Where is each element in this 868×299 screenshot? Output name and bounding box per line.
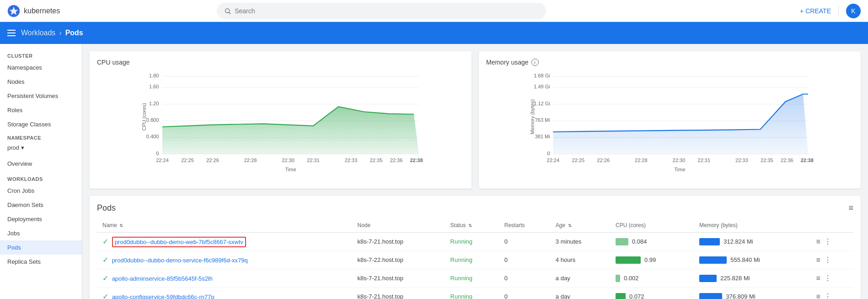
svg-marker-16 bbox=[162, 107, 419, 154]
pod-name-cell: ✓ apollo-adminservice-85f5b5645f-5s2lh bbox=[97, 269, 352, 288]
row-actions: ≡ ⋮ bbox=[816, 292, 848, 299]
pod-age-cell: a day bbox=[550, 269, 610, 288]
pod-restarts-cell: 0 bbox=[499, 251, 550, 269]
pod-node-cell: k8s-7-21.host.top bbox=[352, 269, 445, 288]
cpu-chart-title: CPU usage bbox=[97, 59, 464, 66]
col-age: Age ⇅ bbox=[550, 218, 610, 233]
more-icon[interactable]: ⋮ bbox=[824, 237, 831, 246]
col-restarts: Restarts bbox=[499, 218, 550, 233]
pod-name-link[interactable]: prod0dubbo--dubbo-demo-web-7bf5c8667-sxw… bbox=[112, 237, 246, 247]
svg-text:0.800: 0.800 bbox=[146, 117, 159, 123]
namespace-select[interactable]: prod ▾ bbox=[7, 142, 75, 153]
breadcrumb-current: Pods bbox=[65, 29, 83, 37]
svg-text:22:33: 22:33 bbox=[735, 158, 748, 163]
cpu-mini-bar bbox=[616, 238, 628, 245]
memory-mini-bar bbox=[699, 275, 717, 282]
check-icon: ✓ bbox=[102, 274, 108, 282]
svg-text:22:31: 22:31 bbox=[698, 158, 711, 163]
sidebar-item-daemon-sets[interactable]: Daemon Sets bbox=[0, 198, 82, 212]
pod-name-link[interactable]: apollo-configservice-59fdbdc66c-rn77p bbox=[112, 294, 214, 299]
pod-node-cell: k8s-7-21.host.top bbox=[352, 288, 445, 299]
svg-line-2 bbox=[229, 12, 230, 14]
pod-actions-cell: ≡ ⋮ bbox=[810, 288, 853, 299]
sidebar-item-overview[interactable]: Overview bbox=[0, 157, 82, 171]
sidebar-item-cron-jobs[interactable]: Cron Jobs bbox=[0, 184, 82, 198]
create-button[interactable]: + CREATE bbox=[800, 7, 831, 15]
pod-status-cell: Running bbox=[445, 288, 499, 299]
search-icon bbox=[224, 7, 231, 15]
cpu-bar-container: 0.084 bbox=[616, 238, 688, 245]
status-badge: Running bbox=[450, 238, 472, 245]
sidebar-item-nodes[interactable]: Nodes bbox=[0, 75, 82, 89]
cpu-value: 0.99 bbox=[644, 256, 656, 263]
more-icon[interactable]: ⋮ bbox=[824, 274, 831, 283]
svg-text:22:25: 22:25 bbox=[181, 158, 194, 163]
sort-status-icon[interactable]: ⇅ bbox=[468, 223, 472, 228]
col-name: Name ⇅ bbox=[97, 218, 352, 233]
sidebar-item-persistent-volumes[interactable]: Persistent Volumes bbox=[0, 89, 82, 103]
more-icon[interactable]: ⋮ bbox=[824, 292, 831, 299]
memory-chart-area: 1.68 Gi 1.49 Gi 1.12 Gi 763 Mi 381 Mi 0 … bbox=[486, 71, 853, 172]
pod-name-link[interactable]: apollo-adminservice-85f5b5645f-5s2lh bbox=[112, 275, 213, 282]
pod-cpu-cell: 0.002 bbox=[610, 269, 694, 288]
sidebar-item-roles[interactable]: Roles bbox=[0, 103, 82, 117]
pod-age-cell: a day bbox=[550, 288, 610, 299]
pod-actions-cell: ≡ ⋮ bbox=[810, 269, 853, 288]
pod-node-cell: k8s-7-21.host.top bbox=[352, 233, 445, 251]
svg-text:22:28: 22:28 bbox=[635, 158, 648, 163]
more-icon[interactable]: ⋮ bbox=[824, 256, 831, 264]
svg-text:22:33: 22:33 bbox=[345, 158, 358, 163]
search-input[interactable] bbox=[235, 7, 539, 15]
sidebar: Cluster Namespaces Nodes Persistent Volu… bbox=[0, 44, 82, 299]
cpu-chart-card: CPU usage 1.80 1.60 1.20 0.800 0.400 0 C… bbox=[90, 51, 472, 189]
status-badge: Running bbox=[450, 256, 472, 263]
filter-icon[interactable]: ≡ bbox=[848, 203, 853, 213]
logs-icon[interactable]: ≡ bbox=[816, 274, 820, 283]
svg-text:1.12 Gi: 1.12 Gi bbox=[534, 101, 550, 106]
breadcrumb-parent[interactable]: Workloads bbox=[21, 29, 55, 37]
sidebar-item-deployments[interactable]: Deployments bbox=[0, 212, 82, 226]
cpu-value: 0.084 bbox=[632, 238, 647, 245]
kubernetes-logo-icon bbox=[7, 5, 20, 17]
hamburger-menu[interactable] bbox=[7, 30, 16, 36]
sidebar-item-storage-classes[interactable]: Storage Classes bbox=[0, 117, 82, 131]
sidebar-item-namespaces[interactable]: Namespaces bbox=[0, 60, 82, 75]
pods-table: Name ⇅ Node Status ⇅ Restarts Age ⇅ CPU … bbox=[97, 218, 853, 299]
memory-title-text: Memory usage bbox=[486, 59, 529, 66]
svg-text:Time: Time bbox=[674, 167, 685, 172]
table-row: ✓ apollo-adminservice-85f5b5645f-5s2lh k… bbox=[97, 269, 853, 288]
sidebar-item-jobs[interactable]: Jobs bbox=[0, 226, 82, 240]
pod-age-cell: 3 minutes bbox=[550, 233, 610, 251]
logs-icon[interactable]: ≡ bbox=[816, 238, 820, 246]
memory-chart-card: Memory usage i 1.68 Gi 1.49 Gi 1.12 Gi 7… bbox=[479, 51, 861, 189]
pod-age-cell: 4 hours bbox=[550, 251, 610, 269]
charts-row: CPU usage 1.80 1.60 1.20 0.800 0.400 0 C… bbox=[90, 51, 861, 189]
svg-text:1.68 Gi: 1.68 Gi bbox=[534, 73, 550, 78]
sort-age-icon[interactable]: ⇅ bbox=[568, 223, 572, 228]
cpu-chart-svg: 1.80 1.60 1.20 0.800 0.400 0 CPU (cores) bbox=[97, 71, 464, 172]
pod-name-link[interactable]: prod0dubbo--dubbo-demo-service-f6c989f6d… bbox=[112, 257, 248, 264]
pod-memory-cell: 376.809 Mi bbox=[694, 288, 810, 299]
sidebar-item-pods[interactable]: Pods bbox=[0, 240, 82, 255]
svg-text:22:35: 22:35 bbox=[370, 158, 383, 163]
svg-text:1.20: 1.20 bbox=[149, 101, 159, 106]
pod-node-cell: k8s-7-22.host.top bbox=[352, 251, 445, 269]
breadcrumb-separator: › bbox=[59, 29, 61, 37]
memory-chart-title: Memory usage i bbox=[486, 59, 853, 66]
avatar[interactable]: K bbox=[846, 4, 861, 18]
pod-restarts-cell: 0 bbox=[499, 288, 550, 299]
pods-table-head: Name ⇅ Node Status ⇅ Restarts Age ⇅ CPU … bbox=[97, 218, 853, 233]
svg-text:763 Mi: 763 Mi bbox=[535, 117, 550, 123]
col-status: Status ⇅ bbox=[445, 218, 499, 233]
sort-name-icon[interactable]: ⇅ bbox=[119, 223, 123, 228]
col-actions bbox=[810, 218, 853, 233]
svg-text:22:31: 22:31 bbox=[307, 158, 320, 163]
logs-icon[interactable]: ≡ bbox=[816, 293, 820, 299]
svg-text:22:25: 22:25 bbox=[572, 158, 585, 163]
breadcrumb-bar: Workloads › Pods bbox=[0, 22, 868, 44]
search-bar[interactable] bbox=[217, 3, 546, 19]
nav-divider bbox=[838, 5, 839, 16]
svg-text:22:36: 22:36 bbox=[390, 158, 403, 163]
logs-icon[interactable]: ≡ bbox=[816, 256, 820, 264]
sidebar-item-replica-sets[interactable]: Replica Sets bbox=[0, 255, 82, 269]
